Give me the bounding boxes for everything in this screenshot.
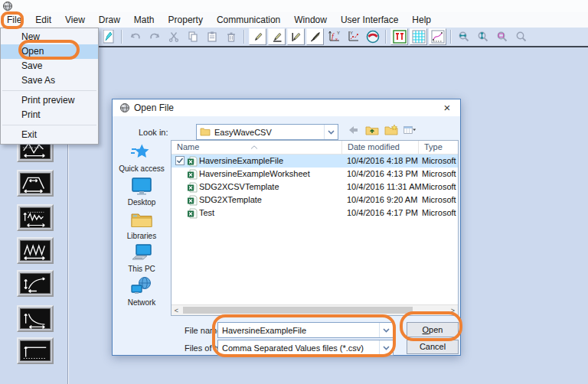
- sort-ascending-icon: [250, 142, 258, 151]
- easywave-app: FileEditViewDrawMathPropertyCommunicatio…: [0, 0, 588, 384]
- file-menu-item-exit[interactable]: Exit: [1, 128, 98, 142]
- menu-item-view[interactable]: View: [58, 12, 92, 28]
- menu-separator: [2, 90, 96, 91]
- file-row-haversineexamplefile[interactable]: HaversineExampleFile10/4/2016 4:18 PMMic…: [172, 155, 458, 168]
- menu-separator: [2, 125, 96, 125]
- svg-text:Y: Y: [337, 31, 340, 35]
- draw-tool-partial-icon[interactable]: [100, 28, 117, 45]
- file-menu-item-save[interactable]: Save: [1, 59, 98, 73]
- zoom-window-icon[interactable]: [494, 28, 511, 45]
- file-name-combobox[interactable]: HaversineExampleFile: [217, 322, 394, 338]
- file-list: Name Date modified Type HaversineExample…: [171, 140, 459, 316]
- open-button-label: Open: [423, 325, 443, 334]
- folder-icon: [200, 127, 211, 138]
- file-row-haversineexampleworksheet[interactable]: HaversineExampleWorksheet10/4/2016 4:13 …: [172, 168, 458, 181]
- file-menu-item-new[interactable]: New: [1, 30, 98, 44]
- copy-icon[interactable]: [184, 28, 201, 45]
- delete-icon[interactable]: [222, 28, 240, 45]
- column-header-date-modified[interactable]: Date modified: [342, 141, 419, 154]
- place-this-pc[interactable]: This PC: [116, 242, 168, 273]
- file-menu-item-print[interactable]: Print: [1, 108, 98, 122]
- undo-icon[interactable]: [126, 28, 144, 45]
- toolbar-separator: [121, 30, 122, 44]
- this-pc-icon: [116, 242, 168, 264]
- file-row-sdg2xcsvtemplate[interactable]: SDG2XCSVTemplate10/4/2016 11:31 AMMicros…: [172, 181, 458, 194]
- place-network[interactable]: Network: [116, 276, 168, 307]
- pencil-vertical-icon[interactable]: [287, 28, 305, 45]
- back-icon[interactable]: [346, 124, 360, 136]
- place-label: Libraries: [116, 232, 168, 240]
- sawtooth-wave-button[interactable]: [17, 237, 54, 264]
- zoom-horizontal-icon[interactable]: [456, 28, 473, 45]
- horizontal-scrollbar[interactable]: < >: [172, 304, 458, 315]
- scrollbar-thumb[interactable]: [183, 307, 413, 314]
- chevron-down-icon[interactable]: [379, 340, 393, 355]
- place-label: This PC: [116, 265, 168, 273]
- menu-item-property[interactable]: Property: [162, 12, 210, 28]
- folder-up-icon[interactable]: [365, 124, 379, 136]
- exp-decay-wave-button[interactable]: [17, 305, 54, 332]
- file-row-test[interactable]: Test10/4/2016 4:17 PMMicrosoft: [172, 207, 458, 220]
- place-desktop[interactable]: Desktop: [116, 176, 168, 207]
- place-quick-access[interactable]: Quick access: [116, 142, 168, 173]
- type-cell: Microsoft: [422, 181, 457, 194]
- pencil-horizontal-icon[interactable]: [268, 28, 286, 45]
- exp-rise-wave-button[interactable]: [17, 270, 54, 297]
- open-button[interactable]: Open: [407, 322, 459, 337]
- menu-item-window[interactable]: Window: [287, 12, 334, 28]
- type-cell: Microsoft: [422, 207, 457, 220]
- file-menu-dropdown: NewOpenSaveSave AsPrint previewPrintExit: [0, 28, 99, 145]
- send-wave-icon[interactable]: [364, 28, 381, 45]
- menu-item-draw[interactable]: Draw: [92, 12, 127, 28]
- interpolation-icon[interactable]: [429, 28, 446, 45]
- zoom-vertical-icon[interactable]: [475, 28, 492, 45]
- trapezoid-wave-icon: [20, 173, 51, 194]
- cut-icon[interactable]: [165, 28, 182, 45]
- dc-wave-button[interactable]: [17, 337, 54, 364]
- new-folder-icon[interactable]: [384, 124, 398, 136]
- marker-icon[interactable]: [390, 28, 408, 45]
- trapezoid-wave-button[interactable]: [17, 170, 54, 197]
- dc-wave-icon: [20, 340, 51, 361]
- menu-item-edit[interactable]: Edit: [28, 12, 58, 28]
- grid-icon[interactable]: [410, 28, 427, 45]
- chevron-down-icon[interactable]: [324, 125, 338, 139]
- file-menu-item-open[interactable]: Open: [1, 44, 98, 59]
- cancel-button[interactable]: Cancel: [407, 340, 459, 354]
- csv-file-icon: [187, 208, 198, 220]
- scroll-left-icon[interactable]: <: [172, 306, 181, 315]
- menu-item-communication[interactable]: Communication: [210, 12, 287, 28]
- chevron-down-icon[interactable]: [379, 323, 393, 337]
- exp-decay-wave-icon: [20, 308, 51, 329]
- zoom-out-icon[interactable]: [513, 28, 531, 45]
- checked-checkbox-icon[interactable]: [175, 156, 185, 167]
- file-menu-item-print-preview[interactable]: Print preview: [1, 93, 98, 108]
- close-icon[interactable]: ×: [439, 100, 456, 116]
- column-header-type[interactable]: Type: [419, 141, 458, 154]
- place-libraries[interactable]: Libraries: [116, 210, 168, 240]
- equation-editor-icon[interactable]: fxY: [325, 28, 343, 45]
- file-row-sdg2xtemplate[interactable]: SDG2XTemplate10/4/2016 9:20 AMMicrosoft: [172, 194, 458, 207]
- point-editor-icon[interactable]: Y: [345, 28, 362, 45]
- look-in-label: Look in:: [139, 128, 168, 137]
- dialog-titlebar[interactable]: Open File ×: [113, 99, 460, 116]
- redo-icon[interactable]: [145, 28, 163, 45]
- pencil-free-icon[interactable]: [249, 28, 266, 45]
- look-in-combobox[interactable]: EasyWaveCSV: [196, 124, 338, 140]
- noise-wave-button[interactable]: [17, 204, 54, 231]
- date-modified-cell: 10/4/2016 4:18 PM: [347, 155, 418, 168]
- toolbar-separator: [243, 30, 245, 44]
- menu-item-help[interactable]: Help: [405, 12, 438, 28]
- menu-item-math[interactable]: Math: [127, 12, 162, 28]
- look-in-value: EasyWaveCSV: [211, 128, 324, 137]
- menu-item-file[interactable]: File: [0, 12, 28, 28]
- csv-file-icon: [187, 169, 198, 181]
- scroll-right-icon[interactable]: >: [448, 306, 458, 315]
- files-of-type-combobox[interactable]: Comma Separated Values files (*.csv): [217, 340, 394, 356]
- menu-item-user-interface[interactable]: User Interface: [334, 12, 405, 28]
- file-list-header: Name Date modified Type: [172, 141, 458, 155]
- view-menu-icon[interactable]: [403, 124, 417, 136]
- pencil-diagonal-icon[interactable]: [306, 28, 324, 45]
- file-menu-item-save-as[interactable]: Save As: [1, 73, 98, 88]
- paste-icon[interactable]: [203, 28, 220, 45]
